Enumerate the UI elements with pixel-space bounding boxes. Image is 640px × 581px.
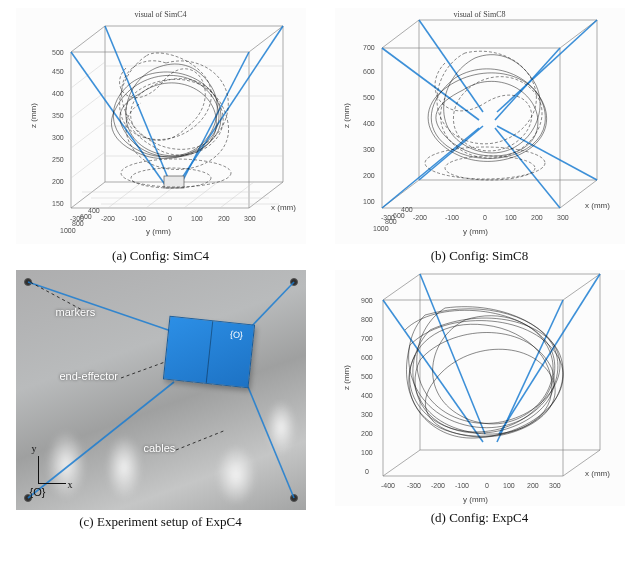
panel-c: {O} markers end-effector cables y x {O} … [10,270,311,530]
label-cables: cables [144,442,176,454]
svg-text:-100: -100 [445,214,459,221]
x-axis-label: x (mm) [271,203,296,212]
svg-text:300: 300 [361,411,373,418]
x-axis-label: x (mm) [585,469,610,478]
svg-line-79 [499,274,600,434]
svg-text:400: 400 [361,392,373,399]
svg-text:500: 500 [52,49,64,56]
svg-text:300: 300 [549,482,561,489]
svg-line-15 [71,52,166,186]
figure-grid: visual of SimC4 [10,8,630,530]
z-axis-label: z (mm) [29,103,38,128]
svg-text:800: 800 [361,316,373,323]
svg-text:400: 400 [363,120,375,127]
expc4-photo: {O} markers end-effector cables y x {O} [16,270,306,510]
trajectory [425,51,547,180]
svg-text:600: 600 [363,68,375,75]
label-end-effector: end-effector [60,370,119,382]
svg-text:0: 0 [365,468,369,475]
svg-text:1000: 1000 [373,225,389,232]
y-axis-label: y (mm) [146,227,171,236]
z-axis-label: z (mm) [342,365,351,390]
svg-text:400: 400 [401,206,413,213]
svg-line-45 [382,128,479,208]
svg-text:600: 600 [361,354,373,361]
svg-text:200: 200 [531,214,543,221]
base-y-label: y [32,443,37,454]
end-effector-box [164,176,184,188]
svg-text:-200: -200 [101,215,115,222]
y-ticks: -300 -200 -100 0 100 200 300 [381,214,569,221]
svg-text:100: 100 [505,214,517,221]
x-ticks: 1000 800 600 400 [60,207,100,234]
panel-b: visual of SimC8 [329,8,630,264]
y-ticks: -400 -300 -200 -100 0 100 200 300 [381,482,561,489]
svg-text:500: 500 [363,94,375,101]
svg-line-71 [28,382,174,498]
z-ticks: 150 200 250 300 350 400 450 500 [52,49,64,207]
svg-text:-100: -100 [132,215,146,222]
svg-line-70 [248,282,294,330]
x-ticks: 1000 800 600 400 [373,206,413,232]
svg-line-17 [105,26,168,178]
svg-text:900: 900 [361,297,373,304]
svg-text:-200: -200 [413,214,427,221]
z-ticks: 0 100 200 300 400 500 600 700 800 900 [361,297,373,475]
svg-text:200: 200 [52,178,64,185]
svg-line-48 [497,126,597,180]
svg-text:-400: -400 [381,482,395,489]
svg-text:250: 250 [52,156,64,163]
panel-d: 0 100 200 300 400 500 600 700 800 900 z … [329,270,630,530]
svg-text:300: 300 [52,134,64,141]
svg-text:300: 300 [363,146,375,153]
caption-b: (b) Config: SimC8 [431,248,529,264]
cube-frame [382,20,597,208]
svg-text:800: 800 [72,220,84,227]
svg-line-75 [176,430,226,450]
svg-text:450: 450 [52,68,64,75]
svg-text:1000: 1000 [60,227,76,234]
svg-text:300: 300 [557,214,569,221]
base-y-axis-icon [38,456,39,484]
svg-line-44 [497,20,597,112]
caption-c: (c) Experiment setup of ExpC4 [79,514,241,530]
svg-text:800: 800 [385,218,397,225]
svg-point-49 [445,156,535,180]
end-effector-icon: {O} [162,316,254,389]
svg-text:100: 100 [363,198,375,205]
svg-text:200: 200 [361,430,373,437]
z-axis-label: z (mm) [342,103,351,128]
svg-rect-19 [164,176,184,188]
svg-text:-300: -300 [407,482,421,489]
y-axis-label: y (mm) [463,227,488,236]
svg-text:600: 600 [80,213,92,220]
svg-text:150: 150 [52,200,64,207]
base-x-label: x [68,479,73,490]
svg-text:-100: -100 [455,482,469,489]
label-markers: markers [56,306,96,318]
svg-line-43 [419,20,483,112]
ee-frame-label: {O} [229,329,243,340]
trajectory [405,307,563,438]
base-frame-label: {O} [30,486,46,498]
base-x-axis-icon [38,483,66,484]
svg-text:100: 100 [191,215,203,222]
panel-a: visual of SimC4 [10,8,311,264]
svg-line-18 [182,26,283,178]
svg-text:300: 300 [244,215,256,222]
svg-line-11 [71,152,105,178]
y-ticks: -300 -200 -100 0 100 200 300 [70,215,256,222]
svg-text:400: 400 [52,90,64,97]
svg-text:200: 200 [363,172,375,179]
svg-line-72 [246,382,294,498]
svg-text:200: 200 [218,215,230,222]
cables [383,274,600,442]
svg-text:350: 350 [52,112,64,119]
plot3d-simc8: visual of SimC8 [335,8,625,244]
plot3d-expc4: 0 100 200 300 400 500 600 700 800 900 z … [335,270,625,506]
svg-text:0: 0 [485,482,489,489]
svg-text:200: 200 [527,482,539,489]
caption-a: (a) Config: SimC4 [112,248,209,264]
svg-text:400: 400 [88,207,100,214]
svg-line-12 [71,122,105,148]
